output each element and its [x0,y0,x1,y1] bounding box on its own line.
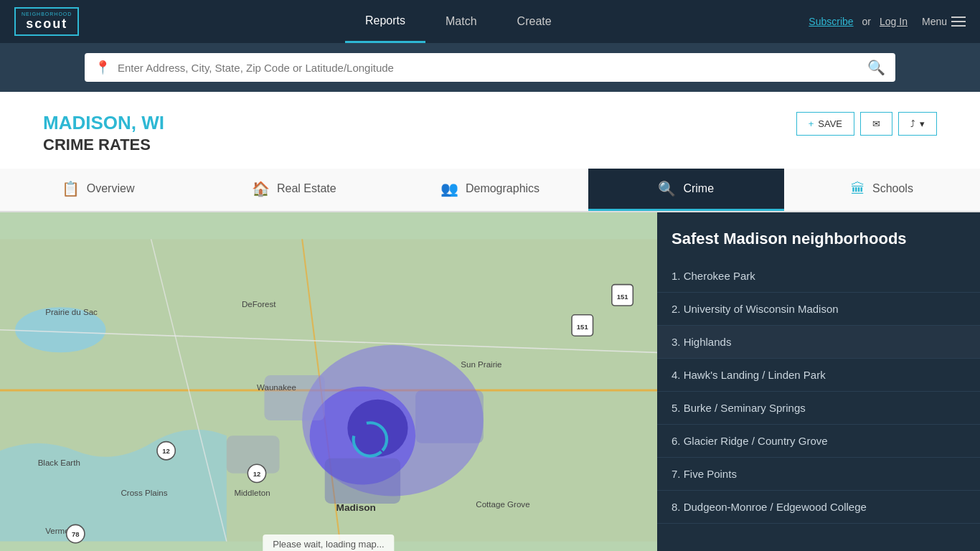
map-section[interactable]: Prairie du Sac DeForest Waunakee Sun Pra… [0,212,657,551]
map-svg: Prairie du Sac DeForest Waunakee Sun Pra… [0,212,657,551]
nav-match[interactable]: Match [425,0,497,43]
plus-icon: + [809,118,814,129]
svg-text:DeForest: DeForest [242,300,276,309]
list-item[interactable]: 4. Hawk's Landing / Linden Park [657,359,980,392]
crime-icon: 🔍 [658,180,676,197]
tab-overview-label: Overview [87,182,135,195]
save-label: SAVE [818,118,842,129]
rank-5: 5. [672,402,684,414]
rank-3: 3. [672,336,684,348]
list-item[interactable]: 6. Glacier Ridge / Country Grove [657,425,980,458]
name-1: Cherokee Park [684,270,755,282]
tab-schools[interactable]: 🏛 Schools [784,169,980,211]
tab-crime[interactable]: 🔍 Crime [588,169,784,211]
header-actions: + SAVE ✉ ⤴ ▾ [796,112,937,136]
hamburger-icon [951,17,966,27]
rank-2: 2. [672,303,684,315]
share-button[interactable]: ⤴ ▾ [898,112,937,136]
svg-text:Madison: Madison [336,502,376,513]
name-7: Five Points [684,468,737,480]
svg-text:12: 12 [162,447,170,455]
name-8: Dudgeon-Monroe / Edgewood College [684,501,867,513]
svg-rect-10 [415,390,484,443]
navbar: NEIGHBORHOOD scout Reports Match Create … [0,0,980,43]
map-loading-overlay: Please wait, loading map... [263,534,394,551]
rank-1: 1. [672,270,684,282]
search-submit-button[interactable]: 🔍 [867,59,885,76]
sidebar: Safest Madison neighborhoods 1. Cherokee… [657,212,980,551]
rank-8: 8. [672,501,684,513]
login-link[interactable]: Log In [880,16,908,27]
name-5: Burke / Seminary Springs [684,402,806,414]
navbar-right: Subscribe or Log In Menu [809,16,966,27]
page-subtitle: CRIME RATES [43,136,164,154]
overview-icon: 📋 [62,180,80,197]
svg-rect-9 [265,375,325,420]
map-loading-text: Please wait, loading map... [273,539,384,550]
nav-reports[interactable]: Reports [345,0,425,43]
search-bar-container: 📍 🔍 [0,43,980,92]
sidebar-title: Safest Madison neighborhoods [657,212,980,260]
demographics-icon: 👥 [440,180,458,197]
svg-rect-11 [325,458,400,504]
svg-text:Cross Plains: Cross Plains [121,489,167,497]
search-input[interactable] [118,62,867,74]
page-city-title: MADISON, WI [43,112,164,134]
save-button[interactable]: + SAVE [796,112,854,136]
svg-text:Waunakee: Waunakee [257,383,296,392]
svg-text:78: 78 [72,530,80,538]
schools-icon: 🏛 [851,181,865,197]
svg-text:Middleton: Middleton [234,489,270,497]
page-header: MADISON, WI CRIME RATES + SAVE ✉ ⤴ ▾ [0,92,980,169]
name-4: Hawk's Landing / Linden Park [684,369,826,381]
name-3: Highlands [684,336,732,348]
menu-label: Menu [922,16,947,27]
real-estate-icon: 🏠 [252,180,270,197]
list-item[interactable]: 7. Five Points [657,458,980,491]
tab-crime-label: Crime [683,182,714,195]
search-bar: 📍 🔍 [85,53,895,82]
logo-small-text: NEIGHBORHOOD [22,11,72,17]
subscribe-link[interactable]: Subscribe [809,16,853,27]
logo[interactable]: NEIGHBORHOOD scout [14,7,79,36]
rank-4: 4. [672,369,684,381]
logo-big-text: scout [26,17,67,32]
svg-text:151: 151 [577,323,588,331]
tab-schools-label: Schools [872,182,913,195]
rank-6: 6. [672,435,684,447]
tab-demographics-label: Demographics [466,182,540,195]
svg-text:Black Earth: Black Earth [38,458,80,467]
nav-create[interactable]: Create [497,0,572,43]
svg-text:Prairie du Sac: Prairie du Sac [45,308,98,316]
navbar-links: Reports Match Create [108,0,809,43]
svg-text:151: 151 [617,293,628,301]
list-item[interactable]: 5. Burke / Seminary Springs [657,392,980,425]
name-6: Glacier Ridge / Country Grove [684,435,828,447]
email-button[interactable]: ✉ [860,112,892,136]
rank-7: 7. [672,468,684,480]
share-dropdown-icon: ▾ [920,118,925,129]
tab-real-estate[interactable]: 🏠 Real Estate [196,169,392,211]
svg-text:12: 12 [253,470,261,478]
location-icon: 📍 [95,60,110,75]
email-icon: ✉ [872,118,880,129]
share-icon: ⤴ [910,118,915,129]
list-item[interactable]: 1. Cherokee Park [657,260,980,293]
main-content: Prairie du Sac DeForest Waunakee Sun Pra… [0,212,980,551]
list-item[interactable]: 3. Highlands [657,326,980,359]
name-2: University of Wisconsin Madison [684,303,839,315]
tab-real-estate-label: Real Estate [277,182,336,195]
menu-button[interactable]: Menu [922,16,966,27]
page-title-block: MADISON, WI CRIME RATES [43,112,164,154]
tab-demographics[interactable]: 👥 Demographics [392,169,588,211]
list-item[interactable]: 8. Dudgeon-Monroe / Edgewood College [657,491,980,524]
or-label: or [862,16,871,27]
svg-text:Cottage Grove: Cottage Grove [476,500,529,509]
svg-text:Sun Prairie: Sun Prairie [461,360,501,369]
list-item[interactable]: 2. University of Wisconsin Madison [657,293,980,326]
tab-overview[interactable]: 📋 Overview [0,169,196,211]
tabs-row: 📋 Overview 🏠 Real Estate 👥 Demographics … [0,169,980,212]
